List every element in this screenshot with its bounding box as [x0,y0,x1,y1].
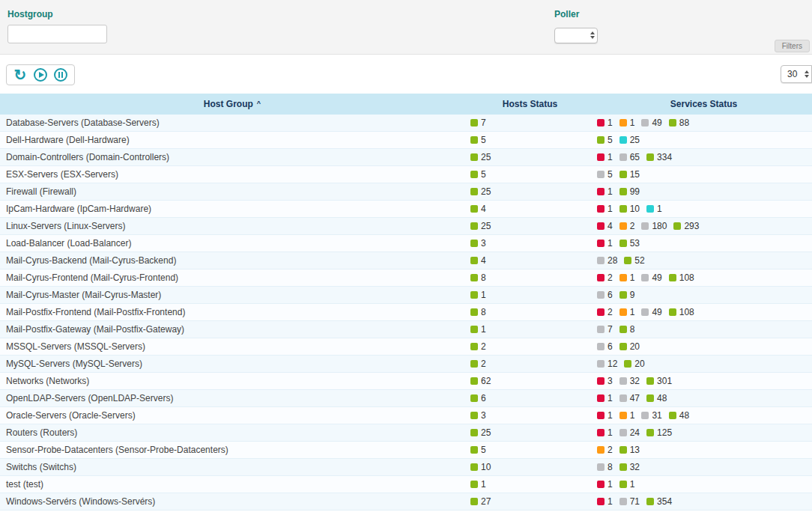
status-badge[interactable]: 6 [597,341,613,352]
critical-status-icon [597,498,605,505]
status-badge[interactable]: 49 [641,272,661,283]
status-badge[interactable]: 6 [597,290,613,300]
status-badge[interactable]: 13 [619,445,640,455]
status-badge[interactable]: 20 [619,341,640,352]
status-badge[interactable]: 48 [669,410,689,421]
status-badge[interactable]: 2 [470,359,486,369]
status-badge[interactable]: 8 [470,272,486,283]
page-size-select[interactable]: 30 [781,65,812,83]
status-badge[interactable]: 301 [646,376,672,386]
poller-select[interactable] [554,28,598,43]
status-badge[interactable]: 10 [470,462,491,472]
pause-button[interactable] [53,67,68,82]
status-badge[interactable]: 88 [669,118,689,128]
status-badge[interactable]: 12 [597,359,617,369]
status-badge[interactable]: 49 [641,307,661,317]
status-badge[interactable]: 4 [470,255,486,266]
filters-button[interactable]: Filters [775,40,810,52]
status-badge[interactable]: 6 [470,393,486,403]
status-badge[interactable]: 334 [646,152,672,162]
status-badge[interactable]: 8 [597,462,613,472]
status-badge[interactable]: 1 [470,479,486,490]
status-badge[interactable]: 15 [619,169,640,180]
status-badge[interactable]: 9 [619,290,635,300]
status-badge[interactable]: 1 [619,307,635,317]
ok-status-icon [470,240,478,247]
status-badge[interactable]: 1 [619,479,635,490]
status-badge[interactable]: 31 [641,410,661,421]
status-badge[interactable]: 8 [619,324,635,335]
status-badge[interactable]: 65 [619,152,640,162]
status-badge[interactable]: 108 [669,272,694,283]
status-badge[interactable]: 27 [470,496,491,507]
status-badge[interactable]: 2 [597,445,613,455]
status-badge[interactable]: 3 [470,238,486,249]
status-badge[interactable]: 1 [597,118,613,128]
status-badge[interactable]: 4 [597,221,613,231]
status-badge[interactable]: 1 [597,393,613,403]
status-badge[interactable]: 25 [470,427,491,438]
status-badge[interactable]: 52 [624,255,644,266]
column-header-hostgroup[interactable]: Host Group^ [0,99,464,109]
status-badge[interactable]: 25 [619,135,640,145]
status-badge[interactable]: 1 [597,410,613,421]
status-badge[interactable]: 20 [624,359,644,369]
status-badge[interactable]: 5 [597,135,613,145]
status-badge[interactable]: 7 [597,324,613,335]
status-badge[interactable]: 1 [597,496,613,507]
status-badge[interactable]: 1 [619,118,635,128]
status-badge[interactable]: 1 [597,479,613,490]
services-status-cell: 620 [596,341,812,353]
play-button[interactable] [33,67,48,82]
status-badge[interactable]: 8 [470,307,486,317]
status-badge[interactable]: 1 [597,186,613,197]
table-row: Firewall (Firewall)25199 [0,183,812,201]
status-badge[interactable]: 2 [597,272,613,283]
status-badge[interactable]: 47 [619,393,640,403]
status-badge[interactable]: 10 [619,204,640,214]
status-badge[interactable]: 28 [597,255,617,266]
status-badge[interactable]: 3 [470,410,486,421]
status-badge[interactable]: 5 [470,135,486,145]
status-badge[interactable]: 4 [470,204,486,214]
status-badge[interactable]: 71 [619,496,640,507]
status-badge[interactable]: 2 [619,221,635,231]
status-badge[interactable]: 293 [673,221,699,231]
status-badge[interactable]: 108 [669,307,694,317]
status-badge[interactable]: 1 [597,427,613,438]
status-badge[interactable]: 99 [619,186,640,197]
status-badge[interactable]: 5 [470,445,486,455]
status-badge[interactable]: 1 [597,238,613,249]
status-badge[interactable]: 180 [641,221,667,231]
status-badge[interactable]: 62 [470,376,491,386]
status-badge[interactable]: 5 [470,169,486,180]
unknown-status-icon [597,360,605,368]
status-badge[interactable]: 25 [470,152,491,162]
status-badge[interactable]: 24 [619,427,640,438]
ok-status-icon [470,308,478,316]
status-badge[interactable]: 2 [597,307,613,317]
services-status-cell: 114988 [596,118,812,129]
status-badge[interactable]: 7 [470,118,486,128]
status-badge[interactable]: 32 [619,462,640,472]
status-badge[interactable]: 5 [597,169,613,180]
status-badge[interactable]: 1 [619,410,635,421]
hostgroup-input[interactable] [7,25,107,43]
status-badge[interactable]: 125 [646,427,672,438]
status-badge[interactable]: 1 [470,290,486,300]
status-badge[interactable]: 32 [619,376,640,386]
status-badge[interactable]: 1 [597,152,613,162]
status-badge[interactable]: 3 [597,376,613,386]
status-badge[interactable]: 53 [619,238,640,249]
status-badge[interactable]: 1 [619,272,635,283]
status-badge[interactable]: 49 [641,118,661,128]
status-badge[interactable]: 25 [470,221,491,231]
status-badge[interactable]: 25 [470,186,491,197]
refresh-button[interactable]: ↻ [13,67,28,82]
status-badge[interactable]: 354 [646,496,672,507]
status-badge[interactable]: 1 [470,324,486,335]
status-badge[interactable]: 1 [597,204,613,214]
status-badge[interactable]: 2 [470,341,486,352]
status-badge[interactable]: 1 [646,204,662,214]
status-badge[interactable]: 48 [646,393,667,403]
